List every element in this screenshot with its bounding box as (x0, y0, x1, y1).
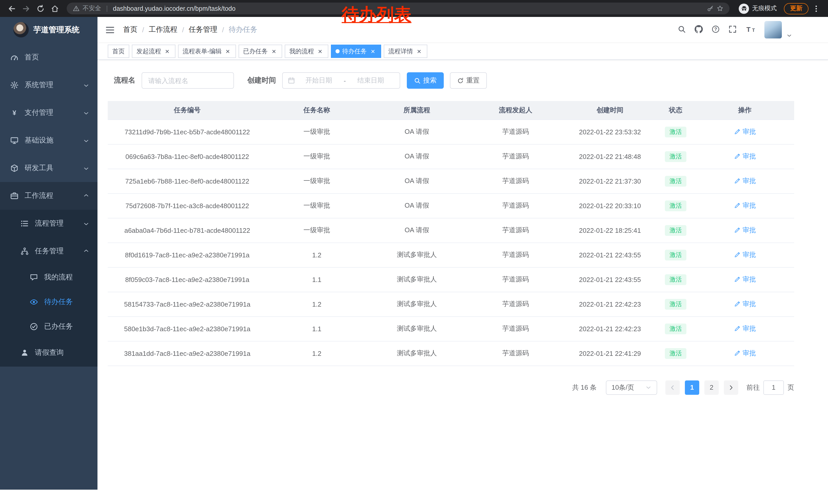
tab-my-process[interactable]: 我的流程× (285, 45, 328, 58)
process-name-input[interactable] (141, 72, 234, 89)
cell-initiator: 芋道源码 (467, 120, 564, 144)
approve-label: 审批 (743, 275, 756, 284)
key-icon[interactable] (707, 5, 714, 12)
avatar[interactable] (764, 21, 782, 39)
breadcrumb-item[interactable]: 首页 (123, 25, 137, 34)
chevron-up-icon (83, 193, 89, 199)
cell-process: OA 请假 (367, 193, 467, 218)
cell-name: 1.2 (267, 242, 367, 267)
tab-home[interactable]: 首页 (108, 45, 129, 58)
search-submit-button[interactable]: 搜索 (407, 72, 444, 89)
logo[interactable]: 芋道管理系统 (0, 17, 97, 43)
close-icon[interactable]: × (317, 48, 324, 55)
prev-page-button[interactable] (665, 380, 680, 395)
table-row: 580e1b3d-7ac8-11ec-a9e2-a2380e71991a1.1测… (108, 316, 794, 341)
sidebar-item-system-mgmt[interactable]: 系统管理 (0, 71, 97, 99)
close-icon[interactable]: × (271, 48, 278, 55)
sidebar-item-payment-mgmt[interactable]: ¥支付管理 (0, 99, 97, 127)
incognito-icon (739, 3, 749, 13)
fullscreen-icon (729, 25, 737, 33)
github-link[interactable] (695, 25, 704, 34)
back-button[interactable] (5, 2, 18, 15)
tab-done-tasks[interactable]: 已办任务× (239, 45, 282, 58)
font-size-icon: TT (745, 25, 757, 33)
menu-item-label: 请假查询 (35, 348, 64, 357)
approve-button[interactable]: 审批 (734, 226, 756, 235)
sidebar-item-process-mgmt[interactable]: 流程管理 (0, 210, 97, 237)
security-label: 不安全 (83, 4, 101, 13)
cell-id: 8f059c03-7ac8-11ec-a9e2-a2380e71991a (108, 267, 267, 292)
tab-process-form-edit[interactable]: 流程表单-编辑× (178, 45, 236, 58)
sidebar-item-home[interactable]: 首页 (0, 44, 97, 71)
sidebar-item-workflow[interactable]: 工作流程 (0, 182, 97, 210)
tab-process-detail[interactable]: 流程详情× (384, 45, 427, 58)
approve-button[interactable]: 审批 (734, 201, 756, 210)
reset-button[interactable]: 重置 (450, 72, 487, 89)
cell-name: 一级审批 (267, 144, 367, 169)
home-button[interactable] (48, 2, 61, 15)
table-row: 069c6a63-7b8a-11ec-8ef0-acde48001122一级审批… (108, 144, 794, 169)
sidebar-toggle-button[interactable] (97, 17, 123, 43)
tab-todo-tasks[interactable]: 待办任务× (331, 45, 381, 58)
browser-menu-button[interactable] (810, 2, 823, 15)
approve-button[interactable]: 审批 (734, 300, 756, 309)
approve-button[interactable]: 审批 (734, 250, 756, 260)
annotation-overlay: 待办列表 (342, 3, 411, 27)
sidebar-item-leave-query[interactable]: 请假查询 (0, 339, 97, 367)
approve-button[interactable]: 审批 (734, 152, 756, 161)
star-icon[interactable] (717, 5, 723, 12)
hamburger-icon (105, 25, 115, 35)
forward-button[interactable] (19, 2, 33, 15)
close-icon[interactable]: × (164, 48, 171, 55)
tab-launch-process[interactable]: 发起流程× (132, 45, 175, 58)
dashboard-icon (10, 53, 18, 61)
svg-text:?: ? (714, 27, 717, 32)
font-size-button[interactable]: TT (745, 25, 757, 34)
sidebar-item-todo-tasks[interactable]: 待办任务 (0, 290, 97, 314)
help-button[interactable]: ? (711, 25, 721, 34)
next-page-button[interactable] (724, 380, 738, 395)
approve-label: 审批 (743, 300, 756, 309)
menu-item-label: 研发工具 (25, 164, 53, 173)
incognito-badge[interactable]: 无痕模式 (735, 3, 781, 13)
tab-label: 流程表单-编辑 (182, 47, 222, 56)
column-header: 流程发起人 (467, 101, 564, 120)
cell-process: 测试多审批人 (367, 242, 467, 267)
approve-button[interactable]: 审批 (734, 349, 756, 358)
sidebar-item-infrastructure[interactable]: 基础设施 (0, 127, 97, 154)
active-tab-dot (335, 49, 340, 53)
approve-button[interactable]: 审批 (734, 176, 756, 186)
close-icon[interactable]: × (224, 48, 232, 55)
tab-label: 我的流程 (289, 47, 314, 56)
approve-button[interactable]: 审批 (734, 127, 756, 136)
date-range-input[interactable]: 开始日期 - 结束日期 (282, 72, 400, 89)
breadcrumb-item[interactable]: 任务管理 (189, 25, 217, 34)
approve-button[interactable]: 审批 (734, 324, 756, 333)
breadcrumb: 首页/工作流程/任务管理/待办任务 (123, 25, 257, 34)
fullscreen-button[interactable] (729, 25, 738, 34)
page-button-2[interactable]: 2 (704, 380, 719, 395)
close-icon[interactable]: × (416, 48, 423, 55)
sidebar-item-done-tasks[interactable]: 已办任务 (0, 314, 97, 339)
caret-down-icon[interactable] (786, 31, 792, 37)
page-button-1[interactable]: 1 (685, 380, 699, 395)
breadcrumb-item[interactable]: 工作流程 (149, 25, 177, 34)
incognito-label: 无痕模式 (752, 4, 777, 13)
sidebar-item-dev-tools[interactable]: 研发工具 (0, 154, 97, 182)
update-button[interactable]: 更新 (784, 3, 809, 14)
chevron-down-icon (83, 82, 89, 88)
column-header: 任务名称 (267, 101, 367, 120)
search-button[interactable] (678, 25, 687, 34)
cell-status: 激活 (656, 120, 696, 144)
close-icon[interactable]: × (369, 48, 377, 55)
cell-status: 激活 (656, 242, 696, 267)
briefcase-icon (10, 192, 18, 200)
reload-button[interactable] (34, 2, 47, 15)
page-size-select[interactable]: 10条/页 (606, 380, 657, 395)
sidebar-item-task-mgmt[interactable]: 任务管理 (0, 237, 97, 265)
approve-button[interactable]: 审批 (734, 275, 756, 284)
goto-page-input[interactable] (763, 380, 784, 395)
table-row: 8f059c03-7ac8-11ec-a9e2-a2380e71991a1.1测… (108, 267, 794, 292)
create-time-label: 创建时间 (247, 76, 276, 85)
sidebar-item-my-process[interactable]: 我的流程 (0, 265, 97, 290)
